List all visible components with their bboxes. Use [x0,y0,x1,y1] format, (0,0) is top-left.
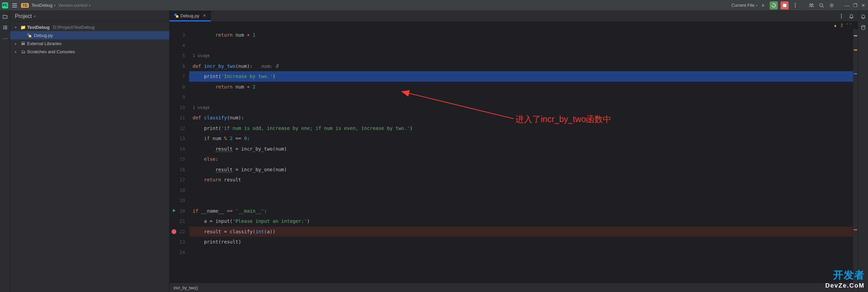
editor-area: Debug.py ✕ ▲ 2 ˄˅ 3 4 5 6 7 8 9 10 [170,11,858,292]
minimize-window-icon[interactable]: — [844,3,850,8]
run-config-dropdown[interactable]: Current File▾ [731,3,757,8]
stop-button[interactable] [781,1,789,9]
version-control-dropdown[interactable]: Version control▾ [58,3,91,8]
scratches-icon: 🗂 [20,49,26,54]
usage-hint[interactable]: 1 usage [189,51,858,61]
chevron-right-icon[interactable]: ▸ [15,42,19,45]
library-icon: 🏛 [20,41,26,46]
right-tool-strip [858,11,868,292]
python-file-icon [174,14,178,18]
run-button[interactable] [760,2,767,9]
project-name-dropdown[interactable]: TestDebug▾ [32,3,56,8]
settings-gear-icon[interactable] [828,2,835,9]
code-editor[interactable]: 3 4 5 6 7 8 9 10 11 12 13 14 15 16 17 18… [170,29,858,283]
left-tool-strip: ⋯ [0,11,10,292]
ide-logo-icon[interactable]: PC [2,2,8,8]
more-actions-icon[interactable] [791,2,799,9]
run-line-icon[interactable] [172,208,176,213]
chevron-right-icon[interactable]: ▸ [15,50,19,54]
search-icon[interactable] [818,2,825,9]
svg-point-10 [862,25,865,27]
python-file-icon [27,33,31,37]
more-tool-icon[interactable]: ⋯ [2,35,8,41]
current-execution-line: print('Increase by two.') [189,71,858,82]
error-stripe[interactable] [853,29,858,283]
tab-debug-py[interactable]: Debug.py ✕ [170,11,211,21]
tree-file-debug[interactable]: Debug.py [10,31,169,39]
project-badge: TD [21,3,29,8]
svg-rect-7 [5,26,7,26]
notifications-icon[interactable] [860,14,866,20]
devze-watermark: 开发者 DevZe.CoM [825,268,865,289]
tree-scratches[interactable]: ▸ 🗂 Scratches and Consoles [10,47,169,56]
close-window-icon[interactable]: ✕ [861,3,866,8]
project-tool-icon[interactable] [2,14,8,20]
breadcrumb-bar[interactable]: incr_by_two() [170,283,858,292]
svg-point-0 [810,3,811,5]
database-tool-icon[interactable] [860,24,866,31]
code-with-me-icon[interactable] [808,2,815,9]
project-tree-panel: Project▾ ▾ 📁 TestDebug D:\Project\TestDe… [10,11,170,292]
close-tab-icon[interactable]: ✕ [203,13,206,18]
warning-icon: ▲ [833,23,837,28]
tabs-more-icon[interactable] [837,13,845,20]
structure-tool-icon[interactable] [2,24,8,31]
inspections-widget[interactable]: ▲ 2 ˄˅ [170,22,858,29]
gutter: 3 4 5 6 7 8 9 10 11 12 13 14 15 16 17 18… [170,29,189,283]
main-menu-icon[interactable] [11,2,18,9]
svg-point-6 [3,28,4,30]
rerun-button[interactable] [770,1,778,9]
svg-point-1 [812,3,813,5]
warning-count: 2 [841,23,843,28]
svg-point-4 [3,26,4,27]
annotation-text: 进入了incr_by_two函数中 [515,114,611,125]
next-highlight-icon[interactable]: ˅ [850,23,852,28]
top-toolbar: PC TD TestDebug▾ Version control▾ Curren… [0,0,868,11]
chevron-down-icon[interactable]: ▾ [15,25,19,29]
editor-tabs: Debug.py ✕ [170,11,858,22]
tree-root[interactable]: ▾ 📁 TestDebug D:\Project\TestDebug [10,23,169,31]
folder-icon: 📁 [20,25,26,30]
svg-point-3 [831,4,833,6]
svg-rect-8 [5,27,7,28]
project-tree-header[interactable]: Project▾ [10,11,169,22]
tree-external-libraries[interactable]: ▸ 🏛 External Libraries [10,39,169,47]
restore-window-icon[interactable]: ❐ [852,3,858,8]
svg-point-5 [3,27,4,28]
usage-hint[interactable]: 1 usage [189,102,858,113]
prev-highlight-icon[interactable]: ˄ [846,23,848,28]
svg-point-2 [820,3,823,6]
notifications-bell-icon[interactable] [848,13,855,20]
svg-rect-9 [5,28,7,29]
breakpoint-icon[interactable] [172,229,176,234]
